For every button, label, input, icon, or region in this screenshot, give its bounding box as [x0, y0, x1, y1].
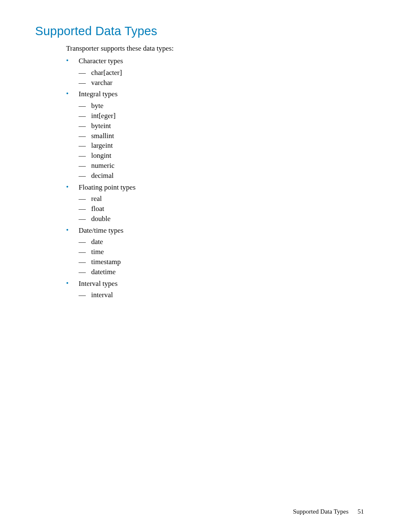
type-item-text: datetime: [79, 267, 364, 277]
type-item-text: largeint: [79, 141, 364, 151]
type-item: real: [79, 194, 364, 204]
type-item: varchar: [79, 78, 364, 88]
type-item: date: [79, 237, 364, 247]
type-item-text: smallint: [79, 131, 364, 141]
type-item-text: real: [79, 194, 364, 204]
type-items-list: byteint[eger]byteintsmallintlargeintlong…: [79, 101, 364, 180]
type-group-title: Floating point types: [66, 182, 364, 193]
type-group-title: Interval types: [66, 279, 364, 289]
type-group: Date/time typesdatetimetimestampdatetime: [66, 226, 364, 277]
type-item: int[eger]: [79, 111, 364, 121]
type-item: longint: [79, 151, 364, 161]
type-item: datetime: [79, 267, 364, 277]
type-item: numeric: [79, 161, 364, 171]
section-heading: Supported Data Types: [35, 24, 364, 38]
type-item: char[acter]: [79, 68, 364, 78]
type-item-text: timestamp: [79, 257, 364, 267]
type-item-text: numeric: [79, 161, 364, 171]
type-item-text: byte: [79, 101, 364, 111]
type-item: largeint: [79, 141, 364, 151]
type-item: smallint: [79, 131, 364, 141]
type-item-text: double: [79, 214, 364, 224]
type-item: float: [79, 204, 364, 214]
type-item: decimal: [79, 171, 364, 181]
type-item-text: decimal: [79, 171, 364, 181]
type-item-text: char[acter]: [79, 68, 364, 78]
type-item-text: float: [79, 204, 364, 214]
type-items-list: realfloatdouble: [79, 194, 364, 224]
type-item: timestamp: [79, 257, 364, 267]
type-items-list: char[acter]varchar: [79, 68, 364, 88]
type-item-text: int[eger]: [79, 111, 364, 121]
type-item-text: time: [79, 247, 364, 257]
type-item-text: varchar: [79, 78, 364, 88]
type-group: Character typeschar[acter]varchar: [66, 56, 364, 87]
type-group-title: Character types: [66, 56, 364, 66]
intro-text: Transporter supports these data types:: [66, 44, 364, 54]
type-item: time: [79, 247, 364, 257]
type-item-text: longint: [79, 151, 364, 161]
page-footer: Supported Data Types 51: [293, 508, 364, 515]
type-item: double: [79, 214, 364, 224]
type-group-title: Date/time types: [66, 226, 364, 236]
type-item: byte: [79, 101, 364, 111]
type-item: interval: [79, 290, 364, 300]
footer-page-number: 51: [358, 508, 364, 515]
footer-label: Supported Data Types: [293, 508, 348, 515]
type-items-list: datetimetimestampdatetime: [79, 237, 364, 277]
type-groups-list: Character typeschar[acter]varcharIntegra…: [66, 56, 364, 300]
type-items-list: interval: [79, 290, 364, 300]
type-item-text: date: [79, 237, 364, 247]
type-group: Integral typesbyteint[eger]byteintsmalli…: [66, 89, 364, 180]
type-group: Floating point typesrealfloatdouble: [66, 182, 364, 224]
type-group-title: Integral types: [66, 89, 364, 99]
type-item-text: interval: [79, 290, 364, 300]
type-item: byteint: [79, 121, 364, 131]
type-group: Interval typesinterval: [66, 279, 364, 301]
type-item-text: byteint: [79, 121, 364, 131]
